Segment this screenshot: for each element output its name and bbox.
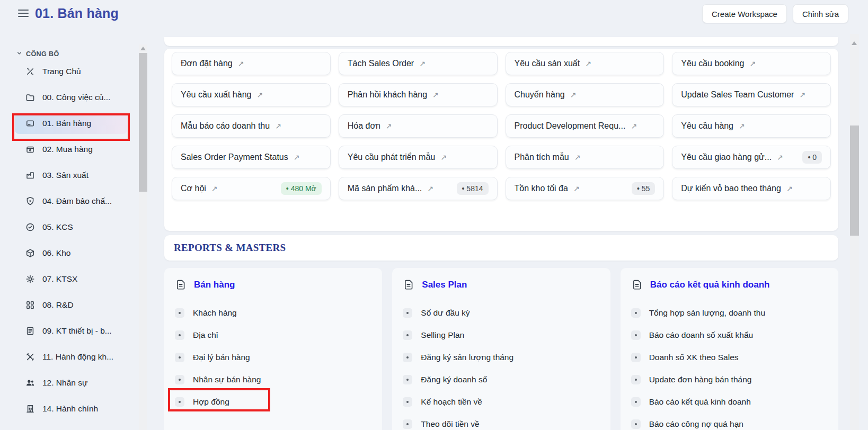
shortcut-yeu-cau-giao-hang-gui[interactable]: Yêu cầu giao hàng gử...↗• 0: [672, 146, 831, 169]
list-item-ke-hoach-tien-ve[interactable]: Kế hoạch tiền về: [403, 391, 599, 413]
building-icon: [25, 404, 35, 414]
package-icon: [25, 248, 35, 258]
shortcut-tach-sales-order[interactable]: Tách Sales Order↗: [339, 52, 498, 75]
shortcut-hoa-don[interactable]: Hóa đơn↗: [339, 114, 498, 138]
shortcut-don-dat-hang[interactable]: Đơn đặt hàng↗: [172, 52, 331, 75]
shortcut-label: Sales Order Payment Status: [181, 153, 288, 162]
list-item-doanh-so-xk-theo-sales[interactable]: Doanh số XK theo Sales: [631, 346, 828, 369]
shortcut-du-kien-vo-bao-theo-thang[interactable]: Dự kiến vỏ bao theo tháng↗: [672, 177, 831, 200]
shortcut-sales-order-payment-status[interactable]: Sales Order Payment Status↗: [172, 146, 331, 169]
shortcut-label: Mẫu báo cáo doanh thu: [181, 121, 270, 131]
shortcut-update-sales-team-customer[interactable]: Update Sales Team Customer↗: [672, 83, 831, 106]
edit-button[interactable]: Chỉnh sửa: [793, 4, 848, 23]
bullet-icon: [403, 397, 412, 407]
sidebar-item-label: 05. KCS: [42, 222, 73, 232]
external-link-arrow-icon: ↗: [631, 122, 637, 130]
external-link-arrow-icon: ↗: [419, 59, 426, 68]
list-item-khach-hang[interactable]: Khách hàng: [175, 302, 371, 324]
shortcut-chuyen-hang[interactable]: Chuyến hàng↗: [506, 83, 665, 106]
bullet-icon: [175, 308, 184, 318]
shortcut-yeu-cau-xuat-hang[interactable]: Yêu cầu xuất hàng↗: [172, 83, 331, 106]
count-badge: • 5814: [457, 182, 489, 195]
list-item-tong-hop-san-luong-doanh-thu[interactable]: Tổng hợp sản lượng, doanh thu: [631, 302, 828, 324]
folder-icon: [25, 93, 35, 102]
sidebar-item-07-ktsx[interactable]: 07. KTSX: [15, 268, 127, 290]
external-link-arrow-icon: ↗: [275, 122, 281, 130]
document-icon: [175, 279, 187, 291]
report-card-title-link[interactable]: Sales Plan: [403, 279, 599, 291]
card-icon: [25, 119, 35, 128]
report-card-title-link[interactable]: Báo cáo kết quả kinh doanh: [631, 279, 828, 291]
list-item-dang-ky-doanh-so[interactable]: Đăng ký doanh số: [403, 369, 599, 391]
shortcut-label: Yêu cầu phát triển mẫu: [348, 153, 435, 162]
shortcut-label: Product Development Requ...: [515, 121, 626, 131]
create-workspace-button[interactable]: Create Workspace: [702, 4, 787, 23]
sidebar-item-label: Trang Chủ: [42, 67, 81, 76]
shortcut-label: Tồn kho tối đa: [515, 184, 568, 193]
list-item-dang-ky-san-luong-thang[interactable]: Đăng ký sản lượng tháng: [403, 346, 599, 369]
shortcut-phan-hoi-khach-hang[interactable]: Phản hồi khách hàng↗: [339, 83, 498, 106]
previous-section-bottom: [164, 37, 838, 46]
sidebar-item-01-ban-hang[interactable]: 01. Bán hàng: [15, 113, 127, 134]
document-icon: [403, 279, 414, 291]
shortcut-ma-san-pham-khach[interactable]: Mã sản phẩm khá...↗• 5814: [339, 177, 498, 200]
sidebar-item-14-hanh-chinh[interactable]: 14. Hành chính: [15, 398, 127, 419]
list-item-label: Số dư đầu kỳ: [421, 308, 470, 318]
list-item-label: Nhân sự bán hàng: [193, 375, 261, 384]
shortcuts-section: Đơn đặt hàng↗ Tách Sales Order↗ Yêu cầu …: [164, 49, 838, 231]
sidebar-item-02-mua-hang[interactable]: 02. Mua hàng: [15, 139, 127, 160]
sidebar-section-cong-bo[interactable]: CÔNG BỐ: [16, 49, 138, 59]
list-item-label: Đăng ký doanh số: [421, 375, 487, 384]
bullet-icon: [175, 397, 184, 407]
reports-masters-cards: Bán hàng Khách hàng Địa chỉ Đại lý bán h…: [164, 268, 838, 430]
list-item-theo-doi-tien-ve[interactable]: Theo dõi tiền về: [403, 413, 599, 430]
shortcut-mau-bao-cao-doanh-thu[interactable]: Mẫu báo cáo doanh thu↗: [172, 114, 331, 138]
shortcut-co-hoi[interactable]: Cơ hội↗• 480 Mở: [172, 177, 331, 200]
bullet-icon: [403, 375, 412, 384]
shortcut-yeu-cau-phat-trien-mau[interactable]: Yêu cầu phát triển mẫu↗: [339, 146, 498, 169]
sidebar-item-label: 07. KTSX: [42, 274, 77, 284]
shortcut-yeu-cau-booking[interactable]: Yêu cầu booking↗: [672, 52, 831, 75]
external-link-arrow-icon: ↗: [570, 91, 577, 99]
list-item-dai-ly-ban-hang[interactable]: Đại lý bán hàng: [175, 346, 371, 369]
shortcut-phan-tich-mau[interactable]: Phân tích mẫu↗: [506, 146, 665, 169]
hammer-icon: [25, 352, 35, 362]
sidebar-item-11-hanh-dong[interactable]: 11. Hành động kh...: [15, 346, 127, 368]
sidebar-item-00-cong-viec[interactable]: 00. Công việc củ...: [15, 87, 127, 108]
sidebar-item-03-san-xuat[interactable]: 03. Sản xuất: [15, 165, 127, 186]
shortcut-label: Yêu cầu xuất hàng: [181, 90, 251, 100]
list-item-label: Đại lý bán hàng: [193, 353, 250, 362]
sidebar-scrollbar-thumb[interactable]: [139, 53, 147, 192]
list-item-so-du-dau-ky[interactable]: Số dư đầu kỳ: [403, 302, 599, 324]
list-item-selling-plan[interactable]: Selling Plan: [403, 324, 599, 346]
main-scrollbar-thumb[interactable]: [850, 126, 859, 236]
shortcut-yeu-cau-hang[interactable]: Yêu cầu hàng↗: [672, 114, 831, 138]
shortcut-product-development-request[interactable]: Product Development Requ...↗: [506, 114, 665, 138]
list-item-update-don-hang-ban-thang[interactable]: Update đơn hàng bán tháng: [631, 369, 828, 391]
chevron-down-icon: [16, 50, 23, 58]
sidebar-item-04-dam-bao-chat[interactable]: 04. Đảm bảo chấ...: [15, 191, 127, 212]
scroll-up-arrow-icon[interactable]: [852, 41, 857, 45]
list-item-nhan-su-ban-hang[interactable]: Nhân sự bán hàng: [175, 369, 371, 391]
sidebar-item-05-kcs[interactable]: 05. KCS: [15, 217, 127, 238]
sidebar-item-08-rd[interactable]: 08. R&D: [15, 294, 127, 316]
list-item-bao-cao-doanh-so-xuat-khau[interactable]: Báo cáo doanh số xuất khẩu: [631, 324, 828, 346]
shortcut-yeu-cau-san-xuat[interactable]: Yêu cầu sản xuất↗: [506, 52, 665, 75]
list-item-bao-cao-cong-no-qua-han[interactable]: Báo cáo công nợ quá hạn: [631, 413, 828, 430]
reports-masters-bar: REPORTS & MASTERS: [164, 235, 838, 261]
scroll-up-arrow-icon[interactable]: [140, 47, 146, 50]
list-item-dia-chi[interactable]: Địa chỉ: [175, 324, 371, 346]
external-link-arrow-icon: ↗: [386, 122, 392, 130]
hamburger-menu-icon[interactable]: [18, 10, 29, 18]
external-link-arrow-icon: ↗: [799, 91, 805, 99]
external-link-arrow-icon: ↗: [238, 59, 244, 68]
sidebar-item-12-nhan-su[interactable]: 12. Nhân sự: [15, 372, 127, 393]
sidebar-item-09-kt-thiet-bi[interactable]: 09. KT thiết bị - b...: [15, 320, 127, 342]
report-card-title-link[interactable]: Bán hàng: [175, 279, 371, 291]
sidebar-item-06-kho[interactable]: 06. Kho: [15, 243, 127, 264]
list-item-hop-dong[interactable]: Hợp đồng: [175, 391, 371, 413]
shortcut-ton-kho-toi-da[interactable]: Tồn kho tối đa↗• 55: [506, 177, 665, 200]
sidebar-item-trang-chu[interactable]: Trang Chủ: [15, 61, 127, 82]
list-item-bao-cao-ket-qua-kinh-doanh[interactable]: Báo cáo kết quả kinh doanh: [631, 391, 828, 413]
external-link-arrow-icon: ↗: [573, 184, 580, 193]
